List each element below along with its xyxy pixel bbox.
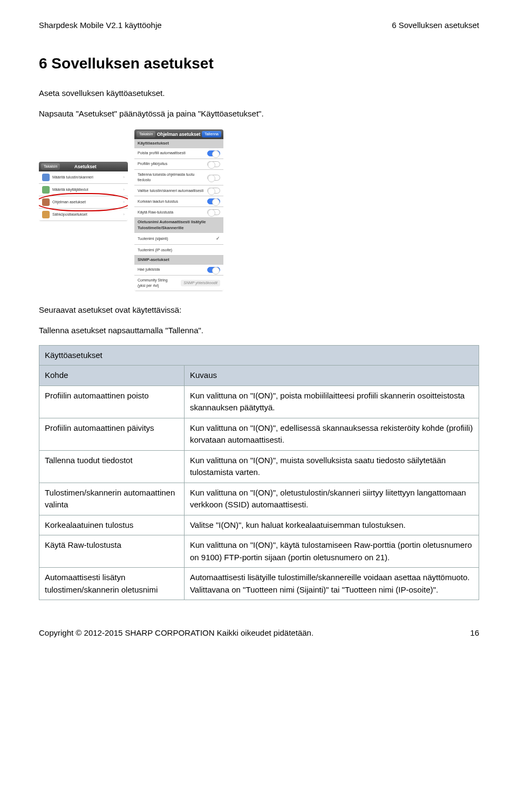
phone2-row-auto-delete: Poista profiili automaattisesti [134, 148, 223, 159]
footer-page-number: 16 [470, 627, 479, 639]
screenshot-row: Takaisin Asetukset Määritä tulostin/skan… [39, 129, 479, 291]
phone1-title: Asetukset [74, 163, 97, 170]
page-header: Sharpdesk Mobile V2.1 käyttöohje 6 Sovel… [39, 19, 479, 31]
intro-2: Napsauta "Asetukset" päänäytössä ja pain… [39, 108, 479, 120]
table-row: Korkealaatuinen tulostusValitse "I(ON)",… [39, 515, 479, 535]
phone2-row-high-quality: Korkean laadun tulostus [134, 196, 223, 207]
intro-4: Tallenna asetukset napsauttamalla "Talle… [39, 325, 479, 336]
gear-icon [42, 198, 50, 206]
header-left: Sharpdesk Mobile V2.1 käyttöohje [39, 19, 162, 31]
table-cell: Korkealaatuinen tulostus [39, 515, 185, 535]
table-row: Tallenna tuodut tiedostotKun valittuna o… [39, 450, 479, 483]
table-cell: Automaattisesti lisätyille tulostimille/… [184, 568, 479, 600]
phone1-row-printer: Määritä tulostin/skanneri› [39, 171, 128, 184]
phone2-group2: Oletusnimi Automaattisesti lisätylle Tul… [134, 218, 223, 233]
chevron-right-icon: › [123, 211, 125, 218]
table-cell: Kun valittuna on "I(ON)", muista sovellu… [184, 450, 479, 483]
table-group-header: Käyttöasetukset [39, 345, 479, 366]
table-cell: Kun valittuna on "I(ON)", käytä tulostam… [184, 535, 479, 568]
phone1-back-button: Takaisin [41, 163, 60, 170]
check-icon: ✓ [216, 235, 220, 242]
table-cell: Kun valittuna on "I(ON)", oletustulostin… [184, 483, 479, 515]
phone2-group3: SNMP-asetukset [134, 256, 223, 265]
phone2-community-input: SNMP yhteisökoodit [181, 280, 220, 286]
chevron-right-icon: › [123, 199, 125, 205]
printer-icon [42, 174, 50, 181]
table-cell: Profiilin automaattinen päivitys [39, 418, 185, 450]
table-cell: Kun valittuna on "I(ON)", poista mobiili… [184, 386, 479, 418]
phone2-row-raw: Käytä Raw-tulostusta [134, 207, 223, 218]
toggle-on-icon [207, 198, 220, 204]
mail-icon [42, 211, 50, 218]
phone1-row-email: Sähköpostiasetukset› [39, 209, 128, 221]
chevron-right-icon: › [123, 174, 125, 181]
table-cell: Kun valittuna on "I(ON)", edellisessä sk… [184, 418, 479, 450]
table-row: Automaattisesti lisätyn tulostimen/skann… [39, 568, 479, 600]
table-cell: Tallenna tuodut tiedostot [39, 450, 185, 483]
table-row: Profiilin automaattinen poistoKun valitt… [39, 386, 479, 418]
table-row: Käytä Raw-tulostustaKun valittuna on "I(… [39, 535, 479, 568]
phone2-row-public: Hae julkisista [134, 265, 223, 276]
header-right: 6 Sovelluksen asetukset [392, 19, 479, 31]
table-cell: Profiilin automaattinen poisto [39, 386, 185, 418]
phone2-row-auto-select: Valitse tulostin/skanneri automaattisest… [134, 185, 223, 196]
toggle-off-icon [207, 209, 220, 215]
section-title: 6 Sovelluksen asetukset [39, 53, 479, 75]
phone2-back-button: Takaisin [137, 131, 155, 137]
table-header-kohde: Kohde [39, 366, 185, 386]
phone1-row-app-settings: Ohjelman asetukset› [39, 196, 128, 209]
toggle-off-icon [207, 175, 220, 181]
toggle-off-icon [207, 188, 220, 194]
settings-table: Käyttöasetukset Kohde Kuvaus Profiilin a… [39, 345, 479, 601]
phone1-row-user: Määritä käyttäjätiedot› [39, 184, 128, 196]
phone2-row-community: Community String (yksi per rivi)SNMP yht… [134, 276, 223, 291]
phone2-row-name-location: Tuotenimi (sijainti)✓ [134, 233, 223, 245]
footer-copyright: Copyright © 2012-2015 SHARP CORPORATION … [39, 627, 313, 639]
table-cell: Tulostimen/skannerin automaattinen valin… [39, 483, 185, 515]
phone2-title: Ohjelman asetukset [157, 131, 200, 137]
phone2-row-name-ip: Tuotenimi (IP osoite) [134, 245, 223, 256]
screenshot-app-settings: Takaisin Ohjelman asetukset Tallenna Käy… [134, 129, 223, 291]
table-cell: Käytä Raw-tulostusta [39, 535, 185, 568]
phone2-row-save-imported: Tallenna toisesta ohjelmasta tuotu tiedo… [134, 170, 223, 185]
intro-1: Aseta sovelluksen käyttöasetukset. [39, 87, 479, 99]
intro-3: Seuraavat asetukset ovat käytettävissä: [39, 304, 479, 316]
phone2-row-overwrite: Profiilin ylikirjoitus [134, 159, 223, 170]
chevron-right-icon: › [123, 187, 125, 193]
phone2-header: Takaisin Ohjelman asetukset Tallenna [134, 129, 223, 139]
user-icon [42, 186, 50, 194]
page-footer: Copyright © 2012-2015 SHARP CORPORATION … [39, 627, 479, 639]
phone1-header: Takaisin Asetukset [39, 162, 128, 171]
phone2-save-button: Tallenna [202, 131, 221, 137]
phone2-group1: Käyttöasetukset [134, 139, 223, 148]
screenshot-settings-list: Takaisin Asetukset Määritä tulostin/skan… [39, 162, 128, 221]
table-cell: Automaattisesti lisätyn tulostimen/skann… [39, 568, 185, 600]
toggle-on-icon [207, 150, 220, 156]
table-row: Profiilin automaattinen päivitysKun vali… [39, 418, 479, 450]
table-row: Tulostimen/skannerin automaattinen valin… [39, 483, 479, 515]
toggle-off-icon [207, 161, 220, 167]
toggle-on-icon [207, 267, 220, 273]
table-cell: Valitse "I(ON)", kun haluat korkealaatui… [184, 515, 479, 535]
table-header-kuvaus: Kuvaus [184, 366, 479, 386]
